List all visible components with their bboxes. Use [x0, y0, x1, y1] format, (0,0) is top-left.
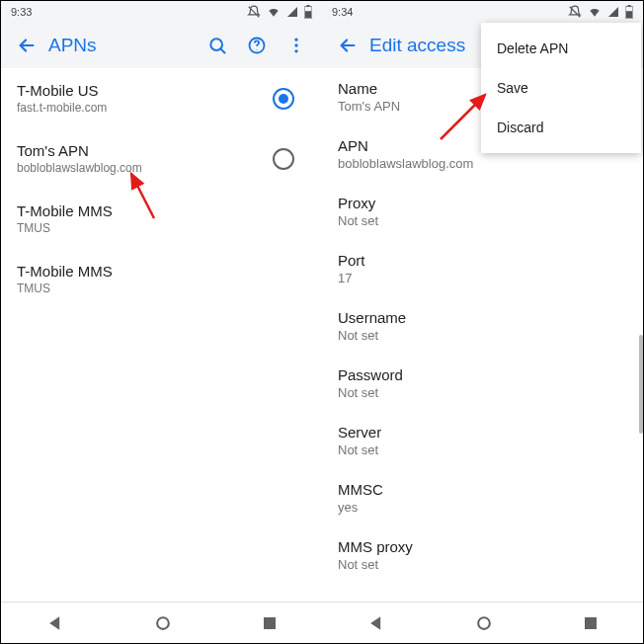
detail-value: Not set [338, 213, 627, 228]
detail-label: Username [338, 309, 627, 326]
detail-value: yes [338, 500, 627, 515]
detail-label: MMSC [338, 481, 627, 498]
menu-delete-apn[interactable]: Delete APN [481, 29, 641, 68]
svg-point-7 [294, 43, 297, 46]
detail-label: Proxy [338, 195, 627, 211]
phone-right: 9:34 Edit access [322, 1, 643, 643]
detail-value: Not set [338, 328, 627, 343]
nav-recent-icon[interactable] [261, 614, 279, 632]
svg-rect-1 [306, 5, 309, 7]
scrollbar-thumb[interactable] [639, 335, 643, 434]
dnd-off-icon [247, 5, 261, 19]
apn-sub: fast.t-mobile.com [17, 101, 273, 115]
menu-save[interactable]: Save [481, 68, 641, 108]
detail-label: Port [338, 252, 627, 269]
navbar [1, 602, 322, 643]
detail-label: Server [338, 424, 627, 441]
appbar: APNs [1, 23, 322, 68]
apn-item[interactable]: T-Mobile MMS TMUS [1, 249, 322, 309]
back-button[interactable] [7, 26, 46, 65]
menu-discard[interactable]: Discard [481, 108, 641, 147]
radio-selected[interactable] [273, 88, 294, 110]
svg-point-14 [478, 617, 490, 629]
svg-rect-13 [626, 11, 632, 18]
svg-rect-12 [627, 5, 630, 7]
svg-point-9 [157, 617, 169, 629]
radio-unselected[interactable] [273, 148, 294, 170]
navbar [322, 602, 643, 643]
detail-label: Password [338, 366, 627, 383]
detail-value: Not set [338, 557, 627, 572]
detail-label: MMS proxy [338, 538, 627, 555]
svg-point-6 [294, 39, 297, 41]
detail-row[interactable]: Username Not set [322, 297, 643, 355]
nav-home-icon[interactable] [153, 613, 173, 633]
detail-value: bobloblawslawblog.com [338, 156, 627, 171]
svg-rect-10 [264, 617, 276, 629]
apn-item[interactable]: T-Mobile US fast.t-mobile.com [1, 68, 322, 128]
nav-recent-icon[interactable] [582, 614, 600, 632]
detail-row[interactable]: Password Not set [322, 355, 643, 412]
page-title: Edit access [369, 35, 465, 56]
apn-sub: TMUS [17, 221, 306, 235]
phone-left: 9:33 APNs [1, 1, 322, 643]
page-title: APNs [48, 35, 97, 56]
apn-sub: TMUS [17, 282, 306, 295]
signal-icon [286, 6, 298, 18]
detail-value: Not set [338, 443, 627, 457]
apn-item[interactable]: Tom's APN bobloblawslawblog.com [1, 128, 322, 189]
apn-name: T-Mobile MMS [17, 263, 306, 280]
overflow-button[interactable] [277, 26, 316, 65]
apn-name: T-Mobile US [17, 82, 273, 99]
clock-text: 9:34 [332, 6, 353, 18]
svg-point-8 [294, 49, 297, 52]
nav-back-icon[interactable] [366, 613, 386, 633]
statusbar: 9:34 [322, 1, 643, 23]
wifi-icon [588, 5, 602, 19]
battery-icon [625, 5, 633, 19]
nav-home-icon[interactable] [474, 613, 494, 633]
detail-value: 17 [338, 271, 627, 285]
svg-point-5 [257, 49, 258, 50]
apn-list: T-Mobile US fast.t-mobile.com Tom's APN … [1, 68, 322, 602]
detail-row[interactable]: MMSC yes [322, 469, 643, 526]
svg-rect-2 [305, 11, 311, 18]
apn-sub: bobloblawslawblog.com [17, 161, 273, 175]
back-button[interactable] [328, 26, 367, 65]
help-button[interactable] [237, 26, 277, 65]
signal-icon [607, 6, 619, 18]
overflow-menu: Delete APN Save Discard [481, 23, 641, 153]
clock-text: 9:33 [11, 6, 32, 18]
detail-row[interactable]: MMS proxy Not set [322, 526, 643, 584]
wifi-icon [267, 5, 281, 19]
apn-name: Tom's APN [17, 142, 273, 159]
svg-rect-15 [585, 617, 597, 629]
detail-row[interactable]: Port 17 [322, 240, 643, 297]
search-button[interactable] [198, 26, 237, 65]
detail-row[interactable]: Proxy Not set [322, 183, 643, 240]
screenshot-frame: 9:33 APNs [0, 0, 644, 644]
dnd-off-icon [568, 5, 582, 19]
statusbar: 9:33 [1, 1, 322, 23]
phones-row: 9:33 APNs [1, 1, 643, 643]
detail-value: Not set [338, 385, 627, 400]
apn-item[interactable]: T-Mobile MMS TMUS [1, 189, 322, 249]
detail-row[interactable]: Server Not set [322, 412, 643, 469]
battery-icon [304, 5, 312, 19]
nav-back-icon[interactable] [45, 613, 65, 633]
apn-name: T-Mobile MMS [17, 202, 306, 219]
